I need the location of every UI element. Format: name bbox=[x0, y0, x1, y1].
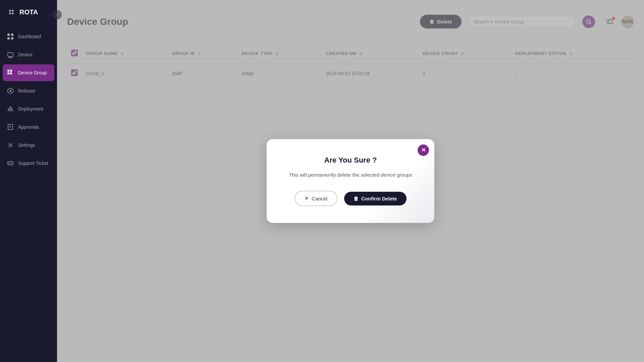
svg-point-2 bbox=[9, 12, 11, 14]
svg-rect-6 bbox=[7, 37, 10, 40]
app-logo: ROTA bbox=[0, 0, 57, 24]
settings-icon bbox=[7, 141, 14, 149]
svg-rect-5 bbox=[11, 34, 13, 36]
modal-title: Are You Sure ? bbox=[287, 156, 414, 165]
svg-rect-4 bbox=[7, 34, 10, 36]
svg-point-16 bbox=[10, 90, 11, 92]
svg-rect-7 bbox=[11, 37, 13, 40]
device-icon bbox=[7, 51, 14, 58]
sidebar-nav: Dashboard Device bbox=[0, 24, 57, 362]
approvals-icon bbox=[7, 123, 14, 131]
logo-icon bbox=[7, 7, 16, 17]
sidebar-label-support-ticket: Support Ticket bbox=[18, 161, 48, 166]
cancel-button[interactable]: ✕ Cancel bbox=[294, 191, 337, 206]
confirm-delete-button[interactable]: 🗑 Confirm Delete bbox=[344, 192, 407, 205]
modal-message: This will permanently delete the selecte… bbox=[287, 171, 414, 179]
cancel-x-icon: ✕ bbox=[305, 195, 309, 201]
ticket-icon bbox=[7, 160, 14, 167]
sidebar-label-dashboard: Dashboard bbox=[18, 34, 41, 39]
sidebar-item-dashboard[interactable]: Dashboard bbox=[0, 27, 57, 46]
svg-point-23 bbox=[9, 163, 10, 164]
sidebar: ROTA Dashboard bbox=[0, 0, 57, 362]
app-name: ROTA bbox=[19, 8, 38, 16]
sidebar-item-release[interactable]: Release bbox=[0, 82, 57, 100]
sidebar-item-support-ticket[interactable]: Support Ticket bbox=[0, 154, 57, 172]
sidebar-label-settings: Settings bbox=[18, 142, 35, 148]
sidebar-label-release: Release bbox=[18, 88, 35, 94]
sidebar-label-approvals: Approvals bbox=[18, 124, 39, 130]
svg-rect-18 bbox=[8, 124, 13, 130]
svg-point-17 bbox=[9, 109, 11, 111]
svg-point-1 bbox=[12, 10, 14, 12]
confirm-trash-icon: 🗑 bbox=[354, 196, 359, 201]
sidebar-item-device[interactable]: Device bbox=[0, 46, 57, 64]
deployment-icon bbox=[7, 105, 14, 113]
svg-point-0 bbox=[9, 10, 11, 12]
confirm-delete-modal: ✕ Are You Sure ? This will permanently d… bbox=[267, 139, 434, 223]
svg-rect-12 bbox=[7, 70, 9, 72]
svg-rect-14 bbox=[7, 72, 9, 74]
svg-point-3 bbox=[12, 12, 14, 14]
modal-actions: ✕ Cancel 🗑 Confirm Delete bbox=[287, 191, 414, 206]
svg-rect-15 bbox=[10, 72, 12, 74]
main-content: ‹ Device Group 🗑 Delete bbox=[57, 0, 644, 362]
sidebar-item-settings[interactable]: Settings bbox=[0, 136, 57, 154]
group-icon bbox=[7, 69, 14, 76]
release-icon bbox=[7, 87, 14, 95]
svg-point-21 bbox=[9, 144, 11, 146]
sidebar-label-device-group: Device Group bbox=[18, 70, 47, 75]
sidebar-item-device-group[interactable]: Device Group bbox=[3, 64, 54, 81]
dashboard-icon bbox=[7, 33, 14, 40]
sidebar-label-device: Device bbox=[18, 52, 33, 57]
svg-rect-13 bbox=[10, 70, 12, 72]
svg-rect-8 bbox=[8, 53, 13, 57]
sidebar-item-approvals[interactable]: Approvals bbox=[0, 118, 57, 136]
sidebar-item-deployment[interactable]: Deployment bbox=[0, 100, 57, 118]
sidebar-label-deployment: Deployment bbox=[18, 106, 43, 112]
modal-overlay: ✕ Are You Sure ? This will permanently d… bbox=[57, 0, 644, 362]
modal-close-button[interactable]: ✕ bbox=[418, 144, 429, 156]
